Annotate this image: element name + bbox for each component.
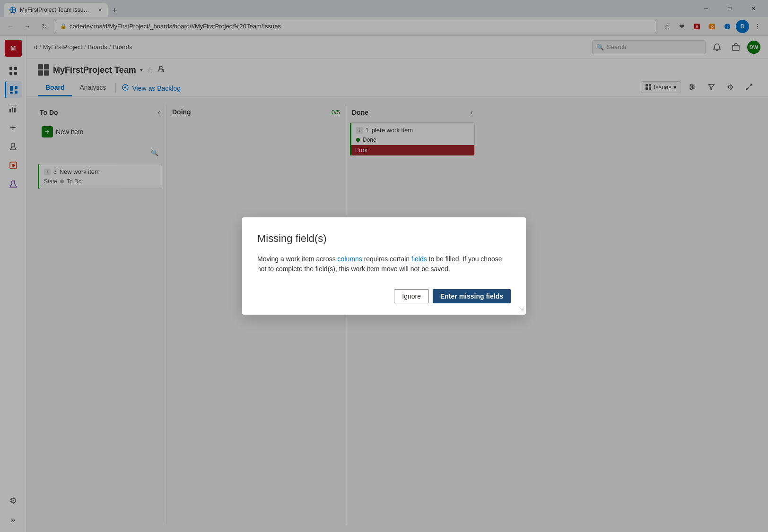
modal-footer: Ignore Enter missing fields	[257, 289, 511, 303]
ignore-button[interactable]: Ignore	[394, 289, 429, 303]
modal-resize-handle[interactable]: ⇲	[518, 305, 524, 313]
missing-fields-dialog: Missing field(s) Moving a work item acro…	[242, 217, 526, 315]
modal-body: Moving a work item across columns requir…	[257, 254, 511, 274]
modal-overlay: Missing field(s) Moving a work item acro…	[0, 0, 768, 532]
highlight-fields: fields	[411, 255, 427, 263]
enter-missing-fields-button[interactable]: Enter missing fields	[433, 289, 511, 303]
highlight-columns: columns	[338, 255, 362, 263]
modal-title: Missing field(s)	[257, 232, 511, 245]
